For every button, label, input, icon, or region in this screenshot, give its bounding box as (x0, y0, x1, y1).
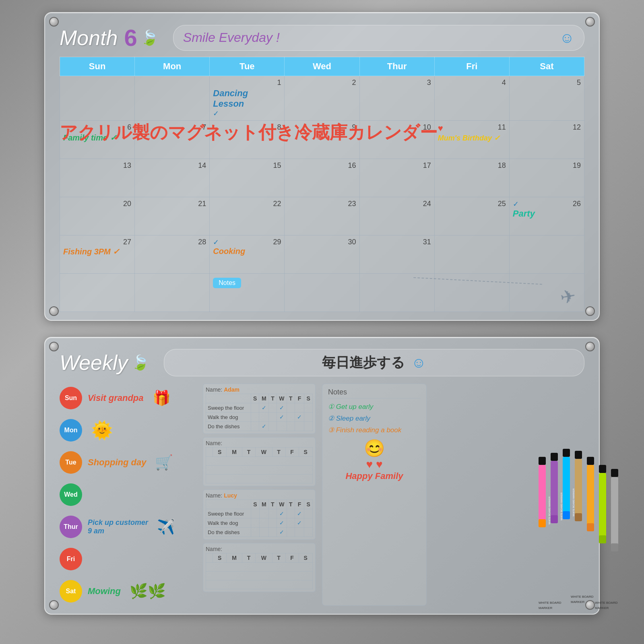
svg-rect-22 (611, 477, 618, 545)
gift-icon: 🎁 (153, 390, 171, 407)
check-cell (287, 518, 295, 528)
svg-text:MARKER: MARKER (539, 606, 552, 610)
check-cell (259, 509, 268, 518)
notes-button[interactable]: Notes (213, 278, 241, 288)
weekly-smiley-icon: ☺ (411, 354, 426, 371)
svg-rect-2 (539, 519, 546, 527)
chore-name-label: Name: Lucy (206, 492, 313, 499)
col-fri: Fri (434, 57, 509, 76)
check-cell (269, 422, 277, 431)
table-row: 1 Dancing Lesson ✓ 2 3 4 5 (60, 76, 584, 121)
empty-cell (206, 475, 313, 483)
day-badge-sat: Sat (60, 580, 82, 603)
check-icon: ✓ (279, 520, 284, 526)
col-sa: S (304, 500, 313, 509)
task-cell: Sweep the floor (206, 403, 251, 413)
empty-cell (206, 580, 313, 589)
chore-column: Name: Adam S M T W T F S (203, 384, 316, 606)
check-cell (287, 413, 295, 422)
check-cell (251, 413, 259, 422)
check-cell (259, 518, 268, 528)
list-item: Wed (60, 480, 196, 509)
cal-cell: 3 (359, 76, 434, 121)
table-row: Do the dishes ✓ (206, 528, 313, 537)
weekly-board: Weekly 🍃 毎日進歩する ☺ Sun Visit grandpa 🎁 Mo… (44, 337, 600, 615)
svg-rect-8 (563, 449, 570, 457)
note-item-3: ③ Finish reading a book (328, 426, 421, 434)
day-number: 2 (352, 78, 356, 87)
calendar-header-row: Sun Mon Tue Wed Thur Fri Sat (60, 57, 584, 76)
cal-cell (285, 274, 359, 312)
day-number: 18 (498, 161, 506, 170)
cal-cell: 12 (509, 121, 584, 159)
col-sa: S (299, 553, 312, 563)
list-item: Fri (60, 545, 196, 574)
happy-family-section: 😊 ♥ ♥ Happy Family (328, 438, 421, 481)
svg-rect-21 (611, 469, 618, 477)
col-wed: Wed (285, 57, 359, 76)
col-f: F (295, 500, 304, 509)
col-mon: Mon (135, 57, 210, 76)
svg-rect-19 (599, 473, 606, 537)
cal-cell (434, 235, 509, 274)
day-number: 1 (277, 78, 281, 87)
col-tue: Tue (210, 57, 285, 76)
svg-text:MARKER: MARKER (571, 600, 584, 604)
chore-name-label: Name: Adam (206, 386, 313, 393)
day-number: 22 (273, 200, 281, 208)
cal-cell: 5 (509, 76, 584, 121)
table-row (206, 457, 313, 466)
chore-table: S M T W T F S (206, 447, 313, 483)
party-event: Party (513, 208, 581, 219)
chore-name-label: Name: (206, 440, 313, 446)
chore-name-adam: Adam (224, 386, 239, 393)
check-cell (287, 403, 295, 413)
cal-cell: 27 Fishing 3PM ✓ (60, 235, 135, 274)
chore-block-lucy: Name: Lucy S M T W T F S (203, 489, 316, 540)
col-f: F (285, 448, 299, 457)
check-cell (268, 528, 277, 537)
table-row: 27 Fishing 3PM ✓ 28 29 ✓ Cooking 30 31 (60, 235, 584, 274)
cal-cell: 19 (509, 159, 584, 197)
day-number: 8 (277, 123, 281, 132)
table-row (206, 475, 313, 483)
chore-name-label: Name: (206, 546, 313, 552)
svg-text:MARKER: MARKER (595, 606, 609, 610)
table-row: Notes ✈ (60, 274, 584, 312)
check-cell (287, 509, 295, 518)
col-thur: Thur (359, 57, 434, 76)
list-item: Sun Visit grandpa 🎁 (60, 384, 196, 413)
day-number: 5 (577, 78, 581, 87)
table-row: Walk the dog ✓ ✓ (206, 518, 313, 528)
col-sun: Sun (60, 57, 135, 76)
svg-text:WHITE BOARD: WHITE BOARD (595, 601, 618, 605)
check-cell (259, 413, 269, 422)
svg-rect-18 (599, 465, 606, 473)
weekly-tagline: 毎日進歩する (322, 353, 405, 372)
day-number: 23 (348, 200, 356, 208)
check-cell: ✓ (277, 518, 287, 528)
screw-bl (49, 600, 59, 610)
chore-table: S M T W T F S Sweep the floor (206, 394, 313, 431)
check-cell: ✓ (259, 422, 269, 431)
note-item-2: ② Sleep early (328, 414, 421, 423)
check-cell (287, 422, 295, 431)
chore-table: S M T W T F S Sweep the floor (206, 500, 313, 537)
svg-text:WHITE BOARD MARKER: WHITE BOARD MARKER (548, 496, 551, 524)
check-cell (304, 413, 313, 422)
col-m: M (227, 448, 242, 457)
table-row (206, 466, 313, 475)
table-row: Sweep the floor ✓ ✓ (206, 403, 313, 413)
check-cell: ✓ (259, 403, 269, 413)
col-t: T (268, 500, 277, 509)
day-number: 19 (573, 161, 581, 170)
cal-cell (135, 76, 210, 121)
screw-br (585, 306, 595, 316)
check-cell (269, 413, 277, 422)
cal-cell: 9 (285, 121, 359, 159)
day-badge-mon: Mon (60, 419, 82, 442)
day-badge-sun: Sun (60, 387, 82, 409)
cal-cell: 24 (359, 197, 434, 235)
cal-cell: 20 (60, 197, 135, 235)
table-row: Walk the dog ✓ ✓ (206, 413, 313, 422)
